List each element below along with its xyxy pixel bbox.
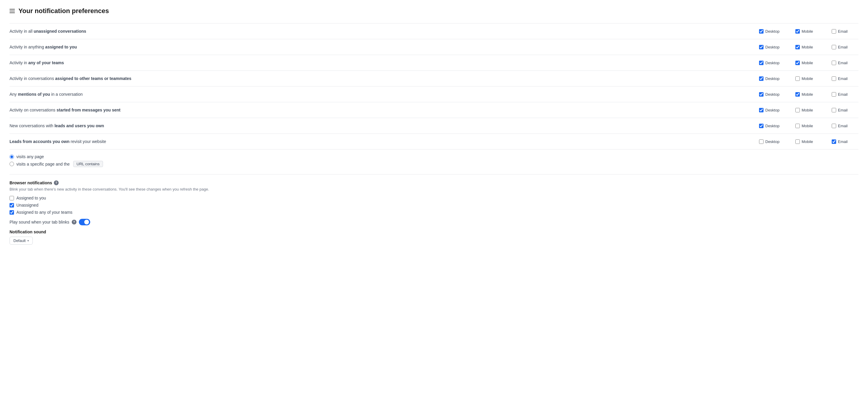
- visits-specific-option[interactable]: visits a specific page and the URL conta…: [9, 161, 859, 167]
- browser-notifications-section: Browser notifications ? Blink your tab w…: [9, 174, 859, 245]
- pref-row-unassigned: Activity in all unassigned conversations…: [9, 24, 859, 39]
- pref-desktop-leads-users-own[interactable]: Desktop: [759, 124, 786, 128]
- browser-notifications-title: Browser notifications ?: [9, 180, 859, 185]
- pref-email-assigned-to-you[interactable]: Email: [832, 45, 859, 49]
- pref-email-started-from-messages[interactable]: Email: [832, 108, 859, 112]
- toggle-slider: [79, 219, 90, 225]
- browser-notifications-help-icon[interactable]: ?: [54, 180, 59, 185]
- pref-desktop-started-from-messages[interactable]: Desktop: [759, 108, 786, 112]
- pref-desktop-leads-revisit[interactable]: Desktop: [759, 139, 786, 144]
- pref-label-leads-revisit: Leads from accounts you own revisit your…: [9, 139, 759, 144]
- pref-desktop-mentions[interactable]: Desktop: [759, 92, 786, 97]
- pref-desktop-assigned-other-teams[interactable]: Desktop: [759, 76, 786, 81]
- pref-label-started-from-messages: Activity on conversations started from m…: [9, 108, 759, 112]
- notification-sound-dropdown[interactable]: Default ▾: [9, 237, 33, 245]
- browser-checkbox-browser-unassigned[interactable]: Unassigned: [9, 203, 859, 207]
- pref-email-assigned-other-teams[interactable]: Email: [832, 76, 859, 81]
- pref-desktop-unassigned[interactable]: Desktop: [759, 29, 786, 34]
- pref-controls-assigned-other-teams: Desktop Mobile Email: [759, 76, 859, 81]
- pref-controls-leads-users-own: Desktop Mobile Email: [759, 124, 859, 128]
- browser-checkbox-label-browser-assigned-you: Assigned to you: [17, 196, 46, 200]
- pref-email-unassigned[interactable]: Email: [832, 29, 859, 34]
- pref-email-leads-users-own[interactable]: Email: [832, 124, 859, 128]
- play-sound-help-icon[interactable]: ?: [72, 220, 76, 224]
- pref-mobile-any-team[interactable]: Mobile: [795, 61, 822, 65]
- pref-controls-leads-revisit: Desktop Mobile Email: [759, 139, 859, 144]
- pref-mobile-leads-users-own[interactable]: Mobile: [795, 124, 822, 128]
- pref-label-unassigned: Activity in all unassigned conversations: [9, 29, 759, 34]
- pref-controls-assigned-to-you: Desktop Mobile Email: [759, 45, 859, 49]
- hamburger-icon[interactable]: [9, 9, 15, 13]
- pref-label-mentions: Any mentions of you in a conversation: [9, 92, 759, 97]
- visits-any-label: visits any page: [17, 154, 44, 159]
- dropdown-caret-icon: ▾: [27, 239, 29, 242]
- pref-mobile-leads-revisit[interactable]: Mobile: [795, 139, 822, 144]
- pref-row-started-from-messages: Activity on conversations started from m…: [9, 102, 859, 118]
- pref-label-any-team: Activity in any of your teams: [9, 60, 759, 65]
- browser-checkboxes: Assigned to you Unassigned Assigned to a…: [9, 196, 859, 215]
- pref-email-any-team[interactable]: Email: [832, 61, 859, 65]
- browser-checkbox-browser-assigned-you[interactable]: Assigned to you: [9, 196, 859, 200]
- pref-mobile-assigned-to-you[interactable]: Mobile: [795, 45, 822, 49]
- page-header: Your notification preferences: [9, 7, 859, 15]
- page-title: Your notification preferences: [19, 7, 109, 15]
- preferences-list: Activity in all unassigned conversations…: [9, 24, 859, 174]
- pref-label-assigned-to-you: Activity in anything assigned to you: [9, 44, 759, 49]
- pref-label-assigned-other-teams: Activity in conversations assigned to ot…: [9, 76, 759, 81]
- browser-checkbox-label-browser-unassigned: Unassigned: [17, 203, 38, 207]
- pref-controls-mentions: Desktop Mobile Email: [759, 92, 859, 97]
- pref-row-leads-users-own: New conversations with leads and users y…: [9, 118, 859, 134]
- page-visit-options: visits any page visits a specific page a…: [9, 149, 859, 174]
- pref-row-leads-revisit: Leads from accounts you own revisit your…: [9, 134, 859, 149]
- pref-desktop-any-team[interactable]: Desktop: [759, 61, 786, 65]
- pref-row-assigned-to-you: Activity in anything assigned to you Des…: [9, 39, 859, 55]
- pref-mobile-unassigned[interactable]: Mobile: [795, 29, 822, 34]
- url-contains-badge: URL contains: [73, 161, 103, 167]
- play-sound-toggle[interactable]: [79, 219, 90, 225]
- pref-email-leads-revisit[interactable]: Email: [832, 139, 859, 144]
- pref-row-assigned-other-teams: Activity in conversations assigned to ot…: [9, 71, 859, 87]
- play-sound-row: Play sound when your tab blinks ?: [9, 219, 859, 225]
- pref-mobile-mentions[interactable]: Mobile: [795, 92, 822, 97]
- pref-mobile-assigned-other-teams[interactable]: Mobile: [795, 76, 822, 81]
- browser-notifications-desc: Blink your tab when there's new activity…: [9, 187, 859, 192]
- pref-controls-any-team: Desktop Mobile Email: [759, 61, 859, 65]
- pref-controls-unassigned: Desktop Mobile Email: [759, 29, 859, 34]
- pref-controls-started-from-messages: Desktop Mobile Email: [759, 108, 859, 112]
- visits-specific-label: visits a specific page and the: [17, 162, 70, 167]
- pref-mobile-started-from-messages[interactable]: Mobile: [795, 108, 822, 112]
- pref-row-any-team: Activity in any of your teams Desktop Mo…: [9, 55, 859, 71]
- notification-sound-label: Notification sound: [9, 230, 859, 234]
- pref-email-mentions[interactable]: Email: [832, 92, 859, 97]
- pref-label-leads-users-own: New conversations with leads and users y…: [9, 124, 759, 128]
- browser-checkbox-label-browser-assigned-teams: Assigned to any of your teams: [17, 210, 72, 215]
- browser-checkbox-browser-assigned-teams[interactable]: Assigned to any of your teams: [9, 210, 859, 215]
- visits-any-option[interactable]: visits any page: [9, 154, 859, 159]
- pref-row-mentions: Any mentions of you in a conversation De…: [9, 87, 859, 102]
- play-sound-label: Play sound when your tab blinks: [9, 220, 69, 224]
- pref-desktop-assigned-to-you[interactable]: Desktop: [759, 45, 786, 49]
